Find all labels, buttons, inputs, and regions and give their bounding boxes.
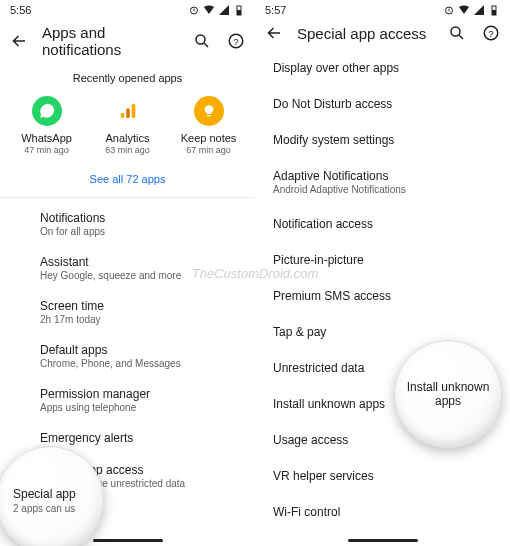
- see-all-apps-link[interactable]: See all 72 apps: [0, 173, 255, 185]
- signal-icon: [218, 4, 230, 16]
- recently-opened-label: Recently opened apps: [0, 72, 255, 84]
- setting-emergency-alerts[interactable]: Emergency alerts: [40, 422, 255, 454]
- setting-screen-time[interactable]: Screen time2h 17m today: [40, 290, 255, 334]
- help-icon[interactable]: ?: [482, 24, 500, 42]
- app-bar: Special app access ?: [255, 18, 510, 50]
- recent-app-analytics[interactable]: Analytics 63 min ago: [89, 96, 167, 155]
- setting-permission-manager[interactable]: Permission managerApps using telephone: [40, 378, 255, 422]
- setting-notifications[interactable]: NotificationsOn for all apps: [40, 202, 255, 246]
- svg-text:?: ?: [488, 28, 494, 39]
- back-icon[interactable]: [265, 24, 283, 42]
- wifi-icon: [203, 4, 215, 16]
- app-sub: 67 min ago: [186, 145, 231, 155]
- whatsapp-icon: [32, 96, 62, 126]
- search-icon[interactable]: [448, 24, 466, 42]
- svg-point-3: [196, 35, 205, 44]
- page-title: Apps and notifications: [42, 24, 179, 58]
- left-screenshot: 5:56 Apps and notifications ? Recently o…: [0, 0, 255, 546]
- svg-text:?: ?: [233, 36, 239, 47]
- svg-rect-7: [126, 108, 130, 118]
- battery-icon: [233, 4, 245, 16]
- alarm-icon: [443, 4, 455, 16]
- search-icon[interactable]: [193, 32, 211, 50]
- setting-default-apps[interactable]: Default appsChrome, Phone, and Messages: [40, 334, 255, 378]
- item-wifi-control[interactable]: Wi-Fi control: [273, 494, 510, 530]
- status-icons: [188, 4, 245, 16]
- item-vr-helper-services[interactable]: VR helper services: [273, 458, 510, 494]
- app-name: WhatsApp: [21, 132, 72, 144]
- wifi-icon: [458, 4, 470, 16]
- app-name: Analytics: [105, 132, 149, 144]
- svg-rect-2: [237, 10, 241, 15]
- setting-assistant[interactable]: AssistantHey Google, squeeze and more: [40, 246, 255, 290]
- recent-app-keep[interactable]: Keep notes 67 min ago: [170, 96, 248, 155]
- keep-icon: [194, 96, 224, 126]
- clock: 5:57: [265, 4, 286, 16]
- right-screenshot: 5:57 Special app access ? Display over o…: [255, 0, 510, 546]
- svg-point-12: [451, 27, 460, 36]
- status-bar: 5:56: [0, 0, 255, 18]
- page-title: Special app access: [297, 25, 434, 42]
- special-access-list: Display over other apps Do Not Disturb a…: [255, 50, 510, 530]
- nav-indicator: [93, 539, 163, 542]
- svg-rect-11: [492, 10, 496, 15]
- signal-icon: [473, 4, 485, 16]
- magnifier-highlight: Install unknown apps: [394, 340, 502, 448]
- app-name: Keep notes: [181, 132, 237, 144]
- item-picture-in-picture[interactable]: Picture-in-picture: [273, 242, 510, 278]
- item-tap-and-pay[interactable]: Tap & pay: [273, 314, 510, 350]
- app-sub: 63 min ago: [105, 145, 150, 155]
- recent-app-whatsapp[interactable]: WhatsApp 47 min ago: [8, 96, 86, 155]
- svg-rect-6: [120, 113, 124, 119]
- help-icon[interactable]: ?: [227, 32, 245, 50]
- svg-rect-8: [131, 104, 135, 119]
- divider: [0, 197, 255, 198]
- app-bar: Apps and notifications ?: [0, 18, 255, 66]
- alarm-icon: [188, 4, 200, 16]
- item-notification-access[interactable]: Notification access: [273, 206, 510, 242]
- battery-icon: [488, 4, 500, 16]
- nav-indicator: [348, 539, 418, 542]
- item-premium-sms[interactable]: Premium SMS access: [273, 278, 510, 314]
- status-icons: [443, 4, 500, 16]
- clock: 5:56: [10, 4, 31, 16]
- back-icon[interactable]: [10, 32, 28, 50]
- analytics-icon: [113, 96, 143, 126]
- app-sub: 47 min ago: [24, 145, 69, 155]
- item-display-over-other-apps[interactable]: Display over other apps: [273, 50, 510, 86]
- recent-apps-row: WhatsApp 47 min ago Analytics 63 min ago…: [0, 96, 255, 155]
- item-adaptive-notifications[interactable]: Adaptive NotificationsAndroid Adaptive N…: [273, 158, 510, 206]
- item-dnd-access[interactable]: Do Not Disturb access: [273, 86, 510, 122]
- item-modify-system-settings[interactable]: Modify system settings: [273, 122, 510, 158]
- status-bar: 5:57: [255, 0, 510, 18]
